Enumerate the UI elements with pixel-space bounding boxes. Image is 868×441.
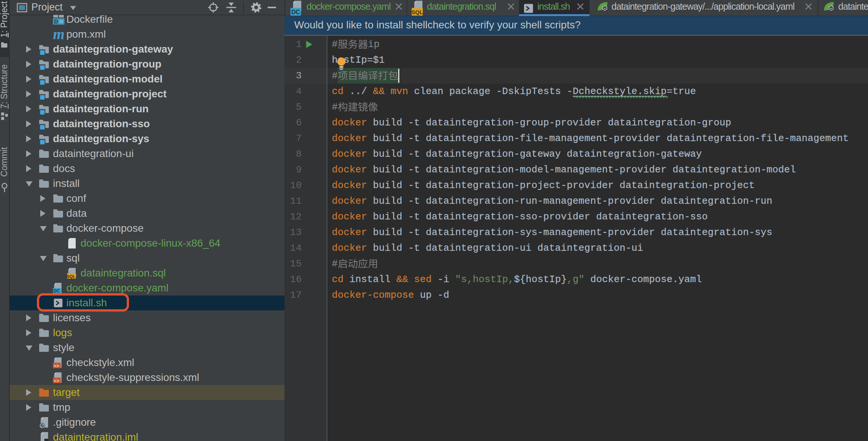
svg-text:<>: <>	[54, 363, 60, 369]
svg-text:<>: <>	[54, 378, 60, 384]
svg-text:DC: DC	[291, 9, 300, 15]
svg-text:DC: DC	[53, 288, 60, 294]
svg-text:D: D	[54, 18, 58, 25]
svg-text:SQL: SQL	[412, 9, 423, 15]
svg-text:SQL: SQL	[67, 274, 75, 279]
